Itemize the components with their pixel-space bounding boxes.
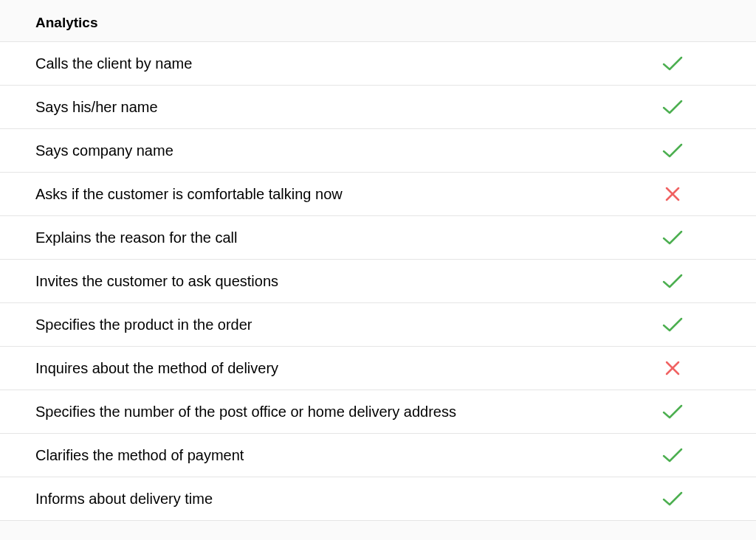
checklist-item-label: Calls the client by name	[35, 55, 192, 72]
checklist-item-label: Clarifies the method of payment	[35, 447, 244, 464]
check-icon	[660, 489, 685, 508]
check-icon	[660, 228, 685, 247]
checklist-row: Invites the customer to ask questions	[0, 259, 756, 303]
checklist-row: Specifies the number of the post office …	[0, 390, 756, 434]
checklist-row: Explains the reason for the call	[0, 215, 756, 260]
checklist-row: Clarifies the method of payment	[0, 433, 756, 477]
checklist: Calls the client by nameSays his/her nam…	[0, 41, 756, 521]
check-icon	[660, 141, 685, 160]
checklist-row: Says company name	[0, 128, 756, 173]
cross-icon	[660, 359, 685, 378]
check-icon	[660, 402, 685, 421]
checklist-item-label: Inquires about the method of delivery	[35, 360, 278, 377]
checklist-item-label: Asks if the customer is comfortable talk…	[35, 186, 343, 203]
checklist-row: Calls the client by name	[0, 41, 756, 86]
check-icon	[660, 97, 685, 117]
checklist-row: Inquires about the method of delivery	[0, 346, 756, 390]
check-icon	[660, 54, 685, 73]
checklist-item-label: Explains the reason for the call	[35, 229, 238, 246]
check-icon	[660, 315, 685, 334]
checklist-row: Informs about delivery time	[0, 477, 756, 521]
section-header: Analytics	[0, 15, 756, 41]
checklist-row: Asks if the customer is comfortable talk…	[0, 172, 756, 216]
analytics-panel: Analytics Calls the client by nameSays h…	[0, 0, 756, 521]
checklist-item-label: Informs about delivery time	[35, 491, 213, 508]
checklist-item-label: Specifies the number of the post office …	[35, 404, 456, 420]
checklist-item-label: Specifies the product in the order	[35, 316, 252, 333]
checklist-item-label: Says his/her name	[35, 99, 158, 116]
checklist-item-label: Says company name	[35, 142, 173, 159]
cross-icon	[660, 184, 685, 204]
checklist-row: Specifies the product in the order	[0, 302, 756, 347]
checklist-item-label: Invites the customer to ask questions	[35, 273, 278, 290]
checklist-row: Says his/her name	[0, 85, 756, 129]
check-icon	[660, 446, 685, 465]
check-icon	[660, 271, 685, 291]
